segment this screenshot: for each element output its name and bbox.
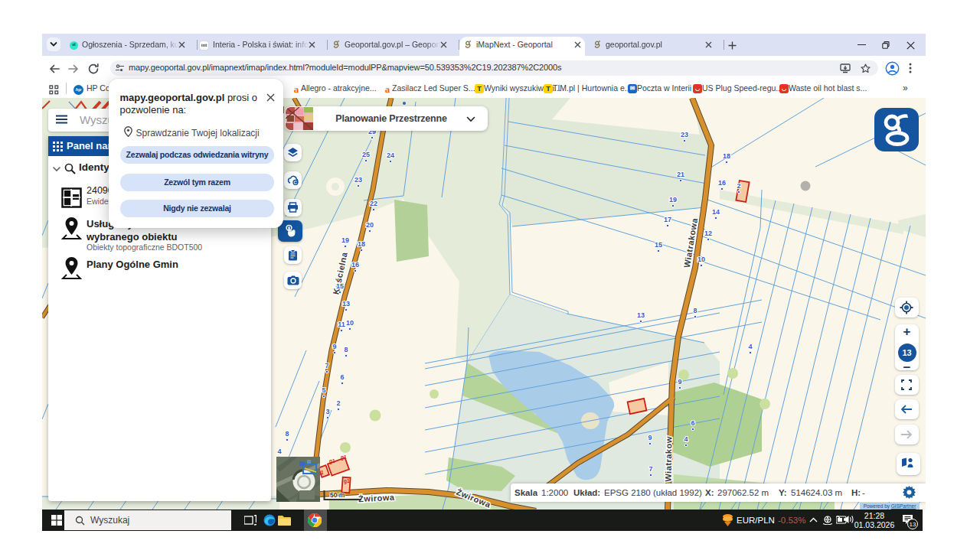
svg-text:25: 25 (362, 151, 370, 158)
svg-text:23: 23 (354, 176, 362, 184)
svg-text:16: 16 (351, 261, 359, 269)
svg-text:14: 14 (712, 208, 720, 216)
svg-text:8: 8 (693, 307, 697, 314)
svg-text:9: 9 (648, 434, 652, 441)
svg-text:g1: g1 (344, 478, 350, 484)
svg-text:4: 4 (277, 448, 281, 455)
svg-text:16: 16 (718, 179, 726, 187)
svg-text:18: 18 (723, 152, 730, 160)
svg-text:8: 8 (344, 346, 348, 353)
svg-text:24: 24 (387, 151, 394, 159)
svg-text:50 m: 50 m (330, 491, 345, 499)
svg-text:6: 6 (340, 373, 344, 381)
svg-text:9: 9 (678, 378, 681, 386)
svg-text:6: 6 (691, 419, 694, 427)
svg-text:7: 7 (648, 465, 652, 473)
svg-text:19: 19 (669, 196, 677, 203)
svg-text:2: 2 (336, 399, 340, 407)
svg-text:Wiatrakow: Wiatrakow (663, 436, 673, 482)
svg-text:7: 7 (325, 362, 328, 370)
svg-text:15: 15 (655, 241, 662, 249)
svg-text:4: 4 (684, 435, 688, 443)
svg-text:13: 13 (637, 311, 645, 319)
svg-text:9: 9 (332, 343, 336, 350)
svg-text:8: 8 (285, 430, 289, 438)
svg-text:10: 10 (346, 319, 354, 327)
svg-text:4: 4 (748, 343, 752, 350)
svg-text:13: 13 (342, 300, 350, 308)
svg-text:18: 18 (358, 240, 365, 248)
svg-text:17: 17 (664, 216, 671, 223)
svg-text:12: 12 (704, 230, 712, 237)
svg-text:22: 22 (370, 200, 377, 207)
svg-text:21: 21 (677, 171, 684, 178)
svg-text:3: 3 (325, 408, 329, 415)
svg-text:g1: g1 (329, 458, 335, 464)
svg-text:20: 20 (366, 221, 374, 229)
svg-text:2: 2 (737, 182, 740, 190)
svg-text:5: 5 (322, 386, 325, 394)
svg-text:10: 10 (697, 256, 705, 263)
svg-text:15: 15 (336, 282, 344, 290)
svg-text:23: 23 (681, 131, 688, 138)
svg-text:g1: g1 (341, 454, 347, 461)
svg-text:11: 11 (338, 321, 345, 328)
svg-text:19: 19 (341, 236, 349, 244)
